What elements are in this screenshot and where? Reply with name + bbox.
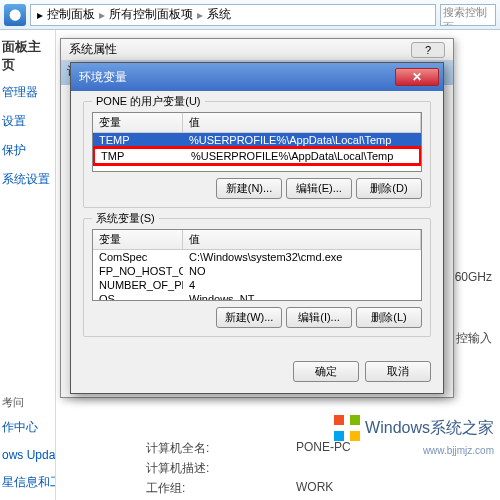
sidebar-item[interactable]: 保护	[0, 136, 55, 165]
new-button[interactable]: 新建(N)...	[216, 178, 282, 199]
variable-row[interactable]: NUMBER_OF_PR…4	[93, 278, 421, 292]
label-computer-desc: 计算机描述:	[146, 460, 209, 477]
computer-name: PONE-PC	[296, 440, 351, 454]
sidebar-link[interactable]: ows Update	[0, 442, 55, 468]
variable-row[interactable]: TEMP %USERPROFILE%\AppData\Local\Temp	[93, 133, 421, 147]
user-variables-group: PONE 的用户变量(U) 变量 值 TEMP %USERPROFILE%\Ap…	[83, 101, 431, 208]
user-variables-list[interactable]: 变量 值 TEMP %USERPROFILE%\AppData\Local\Te…	[92, 112, 422, 172]
ok-button[interactable]: 确定	[293, 361, 359, 382]
sidebar-title: 面板主页	[0, 34, 55, 78]
breadcrumb[interactable]: ▸ 控制面板 ▸ 所有控制面板项 ▸ 系统	[30, 4, 436, 26]
windows-logo-icon	[333, 414, 361, 442]
label-computer-name: 计算机全名:	[146, 440, 209, 457]
dialog-title: 系统属性	[69, 41, 117, 58]
system-variables-group: 系统变量(S) 变量 值 ComSpecC:\Windows\system32\…	[83, 218, 431, 337]
help-button[interactable]: ?	[411, 42, 445, 58]
variable-row[interactable]: ComSpecC:\Windows\system32\cmd.exe	[93, 250, 421, 264]
explorer-toolbar: ⬤ ▸ 控制面板 ▸ 所有控制面板项 ▸ 系统 搜索控制面	[0, 0, 500, 30]
sidebar-item[interactable]: 管理器	[0, 78, 55, 107]
column-header-name[interactable]: 变量	[93, 230, 183, 249]
group-label: 系统变量(S)	[92, 211, 159, 226]
control-panel-sidebar: 面板主页 管理器 设置 保护 系统设置 考问 作中心 ows Update 星信…	[0, 30, 56, 500]
watermark-url: www.bjjmjz.com	[423, 445, 494, 456]
delete-button[interactable]: 删除(D)	[356, 178, 422, 199]
system-variables-list[interactable]: 变量 值 ComSpecC:\Windows\system32\cmd.exe …	[92, 229, 422, 301]
cancel-button[interactable]: 取消	[365, 361, 431, 382]
variable-row[interactable]: TMP %USERPROFILE%\AppData\Local\Temp	[92, 146, 422, 166]
pen-info: 控输入	[456, 330, 492, 347]
sidebar-item[interactable]: 系统设置	[0, 165, 55, 194]
column-header-value[interactable]: 值	[183, 113, 421, 132]
watermark: Windows系统之家	[333, 414, 494, 442]
dialog-title: 环境变量	[79, 69, 127, 86]
nav-back-icon[interactable]: ⬤	[4, 4, 26, 26]
sidebar-link[interactable]: 星信息和工具	[0, 468, 55, 497]
variable-row[interactable]: FP_NO_HOST_C…NO	[93, 264, 421, 278]
edit-button[interactable]: 编辑(E)...	[286, 178, 352, 199]
workgroup: WORK	[296, 480, 333, 494]
sidebar-link[interactable]: 作中心	[0, 413, 55, 442]
sidebar-subtitle: 考问	[0, 392, 55, 413]
new-button[interactable]: 新建(W)...	[216, 307, 282, 328]
breadcrumb-item: 控制面板	[45, 6, 97, 23]
group-label: PONE 的用户变量(U)	[92, 94, 205, 109]
sidebar-item[interactable]: 设置	[0, 107, 55, 136]
delete-button[interactable]: 删除(L)	[356, 307, 422, 328]
close-icon[interactable]: ✕	[395, 68, 439, 86]
breadcrumb-item: 所有控制面板项	[107, 6, 195, 23]
search-input[interactable]: 搜索控制面	[440, 4, 496, 26]
edit-button[interactable]: 编辑(I)...	[286, 307, 352, 328]
environment-variables-dialog: 环境变量 ✕ PONE 的用户变量(U) 变量 值 TEMP %USERPROF…	[70, 62, 444, 394]
column-header-value[interactable]: 值	[183, 230, 421, 249]
column-header-name[interactable]: 变量	[93, 113, 183, 132]
variable-row[interactable]: OSWindows_NT	[93, 292, 421, 301]
label-workgroup: 工作组:	[146, 480, 185, 497]
breadcrumb-item: 系统	[205, 6, 233, 23]
